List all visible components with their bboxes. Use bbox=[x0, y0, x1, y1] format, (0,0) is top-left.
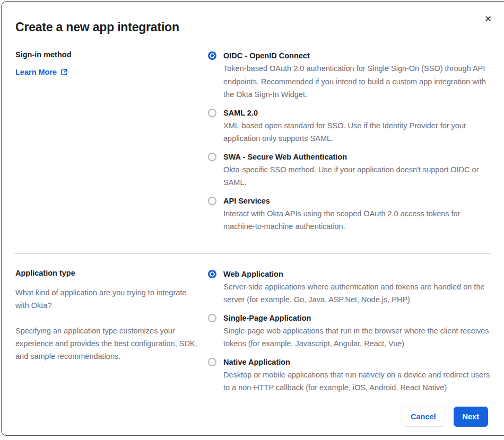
radio-option-native-application[interactable]: Native Application Desktop or mobile app… bbox=[208, 356, 494, 394]
learn-more-label: Learn More bbox=[15, 68, 57, 76]
radio-option-label: SAML 2.0 bbox=[223, 107, 494, 119]
radio-unselected-icon[interactable] bbox=[208, 197, 216, 205]
next-button[interactable]: Next bbox=[454, 407, 488, 427]
radio-option-label: Single-Page Application bbox=[223, 312, 494, 324]
radio-option-label: SWA - Secure Web Authentication bbox=[223, 151, 494, 163]
radio-unselected-icon[interactable] bbox=[208, 358, 216, 366]
radio-option-swa[interactable]: SWA - Secure Web Authentication Okta-spe… bbox=[208, 151, 494, 189]
radio-option-description: Single-page web applications that run in… bbox=[223, 324, 491, 350]
radio-option-description: Okta-specific SSO method. Use if your ap… bbox=[223, 163, 491, 189]
application-type-question: What kind of application are you trying … bbox=[15, 286, 201, 312]
radio-option-label: API Services bbox=[223, 195, 494, 207]
radio-option-saml[interactable]: SAML 2.0 XML-based open standard for SSO… bbox=[208, 107, 494, 145]
radio-option-label: Web Application bbox=[223, 268, 494, 280]
application-type-left-column: Application type What kind of applicatio… bbox=[15, 268, 208, 394]
radio-selected-icon[interactable] bbox=[208, 270, 216, 278]
external-link-icon bbox=[60, 68, 68, 76]
radio-unselected-icon[interactable] bbox=[208, 314, 216, 322]
radio-selected-icon[interactable] bbox=[208, 51, 216, 60]
radio-option-description: XML-based open standard for SSO. Use if … bbox=[223, 119, 491, 145]
dialog-footer: Cancel Next bbox=[2, 407, 504, 427]
radio-option-single-page-application[interactable]: Single-Page Application Single-page web … bbox=[208, 312, 494, 350]
learn-more-link[interactable]: Learn More bbox=[15, 68, 68, 76]
radio-unselected-icon[interactable] bbox=[208, 153, 216, 161]
sign-in-method-options: OIDC - OpenID Connect Token-based OAuth … bbox=[208, 49, 494, 233]
radio-option-api-services[interactable]: API Services Interact with Okta APIs usi… bbox=[208, 195, 494, 233]
application-type-section: Application type What kind of applicatio… bbox=[15, 268, 494, 394]
application-type-options: Web Application Server-side applications… bbox=[208, 268, 494, 394]
sign-in-method-heading: Sign-in method bbox=[15, 49, 208, 60]
radio-option-description: Token-based OAuth 2.0 authentication for… bbox=[223, 62, 491, 101]
close-icon[interactable]: ✕ bbox=[481, 11, 496, 26]
create-app-integration-dialog: ✕ Create a new app integration Sign-in m… bbox=[1, 1, 504, 436]
radio-option-web-application[interactable]: Web Application Server-side applications… bbox=[208, 268, 494, 306]
sign-in-method-left-column: Sign-in method Learn More bbox=[15, 49, 208, 233]
section-divider bbox=[14, 253, 491, 254]
radio-option-description: Interact with Okta APIs using the scoped… bbox=[223, 207, 491, 233]
radio-option-label: Native Application bbox=[223, 356, 494, 368]
radio-option-label: OIDC - OpenID Connect bbox=[223, 49, 494, 62]
application-type-heading: Application type bbox=[15, 268, 208, 278]
radio-option-description: Server-side applications where authentic… bbox=[223, 280, 491, 306]
application-type-explanation: Specifying an application type customize… bbox=[15, 324, 201, 363]
radio-option-oidc[interactable]: OIDC - OpenID Connect Token-based OAuth … bbox=[208, 49, 494, 101]
page-title: Create a new app integration bbox=[15, 20, 494, 34]
radio-option-description: Desktop or mobile applications that run … bbox=[223, 368, 491, 394]
radio-unselected-icon[interactable] bbox=[208, 109, 216, 117]
sign-in-method-section: Sign-in method Learn More OIDC - OpenID … bbox=[15, 49, 494, 233]
cancel-button[interactable]: Cancel bbox=[402, 407, 445, 427]
